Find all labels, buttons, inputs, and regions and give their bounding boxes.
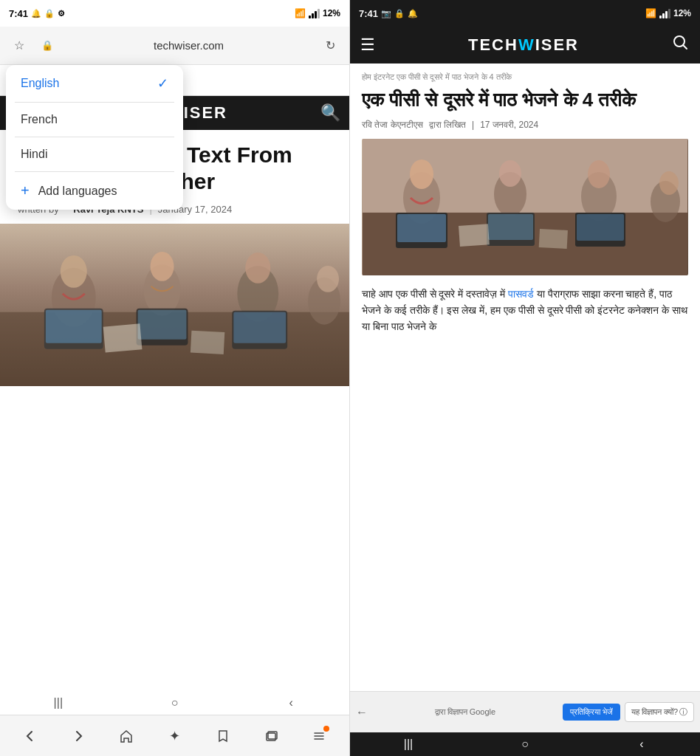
settings-icon-right: 🔔 xyxy=(408,9,418,18)
article-body-right: चाहे आप एक पीसी से दूसरे में दस्तावेज़ म… xyxy=(362,286,688,335)
language-english[interactable]: English ✓ xyxy=(6,65,183,102)
article-content-right: होम इंटरनेट एक पीसी से दूसरे में पाठ भेज… xyxy=(350,63,700,344)
svg-rect-8 xyxy=(138,310,187,340)
back-icon-right[interactable]: ← xyxy=(356,706,368,719)
battery-right: 12% xyxy=(673,8,691,18)
right-status-bar: 7:41 📷 🔒 🔔 📶 12% xyxy=(350,0,700,27)
svg-point-23 xyxy=(410,159,433,189)
android-back-left[interactable]: ‹ xyxy=(279,695,303,710)
forward-button[interactable] xyxy=(65,723,92,749)
notification-icon: 🔔 xyxy=(31,9,41,18)
address-bar: ☆ 🔒 techwiser.com ↻ xyxy=(0,27,349,65)
search-button-left[interactable]: 🔍 xyxy=(320,103,340,123)
french-label: French xyxy=(21,113,58,126)
search-button-right[interactable] xyxy=(672,34,690,56)
logo-part2: ISER xyxy=(184,103,227,122)
time-right: 7:41 xyxy=(359,8,378,19)
svg-point-6 xyxy=(151,252,174,281)
more-menu-button[interactable] xyxy=(306,723,332,749)
svg-rect-36 xyxy=(459,224,490,247)
android-menu-left[interactable]: ||| xyxy=(47,695,70,710)
svg-rect-25 xyxy=(397,214,446,242)
logo-right: TECHWISER xyxy=(382,35,665,55)
svg-rect-33 xyxy=(577,214,624,241)
language-french[interactable]: French xyxy=(6,103,183,137)
battery-left: 12% xyxy=(323,8,340,18)
bookmark-button[interactable] xyxy=(210,723,236,749)
article-image-left xyxy=(0,224,349,386)
bottom-ad-bar: ← द्वारा विज्ञापन Google प्रतिक्रिया भेज… xyxy=(350,691,700,732)
svg-point-31 xyxy=(588,160,610,188)
wifi-icon: 📶 xyxy=(295,8,306,18)
hindi-label: Hindi xyxy=(21,148,47,161)
add-languages-button[interactable]: + Add languages xyxy=(6,172,183,210)
lock-icon: 🔒 xyxy=(37,35,58,56)
back-button[interactable] xyxy=(17,723,44,749)
why-ad-button[interactable]: यह विज्ञापन क्यों? ⓘ xyxy=(625,702,694,722)
left-phone: 7:41 🔔 🔒 ⚙ 📶 12% ☆ 🔒 techwiser.com ↻ Sho… xyxy=(0,0,350,756)
svg-rect-4 xyxy=(46,310,102,343)
article-image-svg-right xyxy=(362,139,688,275)
svg-point-27 xyxy=(499,160,521,187)
password-link[interactable]: पासवर्ड xyxy=(508,288,534,300)
svg-point-14 xyxy=(317,266,339,292)
add-languages-label: Add languages xyxy=(38,185,117,198)
english-label: English xyxy=(21,77,59,90)
svg-rect-12 xyxy=(233,312,286,343)
techwiser-header-right: ☰ TECHWISER xyxy=(350,27,700,63)
tab-switcher-button[interactable] xyxy=(258,723,284,749)
android-home-right[interactable]: ○ xyxy=(513,737,537,752)
body-text-part1: चाहे आप एक पीसी से दूसरे में दस्तावेज़ म… xyxy=(362,288,508,300)
settings-icon: ⚙ xyxy=(58,9,65,18)
star-button[interactable]: ☆ xyxy=(9,35,30,56)
browser-nav-left: ✦ xyxy=(0,715,349,756)
android-back-right[interactable]: ‹ xyxy=(630,737,653,752)
ad-text: द्वारा विज्ञापन Google xyxy=(372,707,558,717)
language-hindi[interactable]: Hindi xyxy=(6,137,183,171)
android-home-left[interactable]: ○ xyxy=(162,695,186,710)
article-image-right xyxy=(362,139,688,275)
status-time-left: 7:41 🔔 🔒 ⚙ xyxy=(9,8,65,19)
svg-rect-16 xyxy=(191,331,224,354)
reload-button[interactable]: ↻ xyxy=(320,35,340,56)
svg-point-10 xyxy=(245,252,270,284)
lock-icon-right: 🔒 xyxy=(394,9,405,18)
meta-sep-right: | xyxy=(472,120,474,130)
plus-icon: + xyxy=(21,182,30,199)
status-time-right: 7:41 📷 🔒 🔔 xyxy=(359,8,418,19)
logo-w-right: W xyxy=(518,35,535,54)
signal-bars xyxy=(309,9,320,18)
logo-part1-right: TECH xyxy=(468,35,518,54)
check-mark: ✓ xyxy=(157,75,168,92)
android-nav-right: ||| ○ ‹ xyxy=(350,732,700,756)
laptop-scene-left xyxy=(0,224,349,386)
magic-button[interactable]: ✦ xyxy=(161,723,188,749)
svg-point-2 xyxy=(61,255,87,288)
article-title-right: एक पीसी से दूसरे में पाठ भेजने के 4 तरीक… xyxy=(362,88,688,112)
android-menu-right[interactable]: ||| xyxy=(397,737,420,752)
wifi-icon-right: 📶 xyxy=(645,8,656,18)
svg-rect-15 xyxy=(103,323,143,352)
feedback-button[interactable]: प्रतिक्रिया भेजें xyxy=(563,704,620,721)
svg-rect-29 xyxy=(488,214,533,240)
logo-part2-right: ISER xyxy=(535,35,579,54)
language-dropdown: English ✓ French Hindi + Add languages xyxy=(6,65,183,210)
menu-button-right[interactable]: ☰ xyxy=(360,35,375,55)
home-button[interactable] xyxy=(113,723,140,749)
time-left: 7:41 xyxy=(9,8,28,19)
info-icon: ⓘ xyxy=(679,707,687,718)
lock-icon: 🔒 xyxy=(44,9,55,18)
notification-icon-right: 📷 xyxy=(381,9,391,18)
svg-point-35 xyxy=(659,171,679,195)
url-display[interactable]: techwiser.com xyxy=(65,39,312,52)
status-right-left: 📶 12% xyxy=(295,8,340,18)
breadcrumb-right: होम इंटरनेट एक पीसी से दूसरे में पाठ भेज… xyxy=(362,72,688,82)
svg-rect-37 xyxy=(539,229,568,249)
author-name-right: रवि तेजा केएनटीएस xyxy=(362,120,423,130)
why-ad-label: यह विज्ञापन क्यों? xyxy=(631,707,678,717)
signal-bars-right xyxy=(659,9,670,18)
status-right-right: 📶 12% xyxy=(645,8,691,18)
right-phone: 7:41 📷 🔒 🔔 📶 12% ☰ TECHWISER xyxy=(350,0,700,756)
article-meta-right: रवि तेजा केएनटीएस द्वारा लिखित | 17 जनवर… xyxy=(362,120,688,130)
left-status-bar: 7:41 🔔 🔒 ⚙ 📶 12% xyxy=(0,0,349,27)
